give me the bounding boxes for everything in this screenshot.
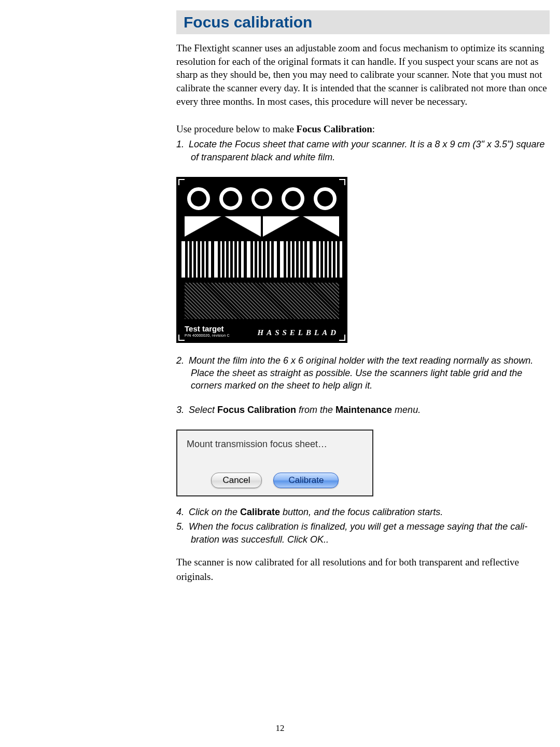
lead-in-post: : (372, 123, 375, 134)
target-hatch-row (185, 283, 339, 319)
crop-mark-icon (178, 179, 185, 185)
closing-paragraph: The scanner is now calibrated for all re… (176, 555, 550, 585)
step-3: 3.Select Focus Calibration from the Main… (176, 404, 550, 416)
wedge-icon (263, 216, 300, 237)
target-label-title: Test target (185, 324, 224, 333)
section-title: Focus calibration (184, 13, 542, 31)
target-label-left: Test target P/N 40000020, revision C (185, 324, 230, 337)
step-number: 1. (176, 138, 189, 150)
calibrate-button[interactable]: Calibrate (273, 473, 339, 488)
dialog-figure: Mount transmission focus sheet… Cancel C… (176, 430, 550, 496)
bar-pattern-icon (280, 241, 310, 278)
step-list-1: 1.Locate the Focus sheet that came with … (176, 138, 550, 163)
step-text-post: button, and the focus calibration starts… (280, 507, 443, 517)
bar-pattern-icon (181, 241, 211, 278)
step-number: 4. (176, 506, 189, 518)
target-wedges-row (185, 216, 339, 237)
target-brand: HASSELBLAD (257, 328, 339, 337)
wedge-icon (185, 216, 222, 237)
step-text-pre: Select (189, 405, 217, 415)
cancel-button[interactable]: Cancel (211, 473, 262, 488)
step-list-4: 4.Click on the Calibrate button, and the… (176, 506, 550, 546)
step-text-pre: Click on the (189, 507, 240, 517)
bar-pattern-icon (214, 241, 244, 278)
intro-paragraph: The Flextight scanner uses an adjustable… (176, 42, 550, 108)
step-number: 3. (176, 404, 189, 416)
wedge-icon (224, 216, 261, 237)
section-title-bar: Focus calibration (176, 10, 550, 34)
step-list-2: 2.Mount the film into the 6 x 6 original… (176, 354, 550, 392)
bar-pattern-icon (313, 241, 342, 278)
crop-mark-icon (178, 335, 185, 341)
step-5: 5.When the focus calibration is finalize… (176, 520, 550, 546)
content-column: Focus calibration The Flextight scanner … (176, 10, 550, 585)
step-1: 1.Locate the Focus sheet that came with … (176, 138, 550, 163)
lead-in-pre: Use procedure below to make (176, 123, 297, 134)
step-number: 5. (176, 520, 189, 533)
crop-mark-icon (339, 335, 345, 341)
step-4: 4.Click on the Calibrate button, and the… (176, 506, 550, 518)
step-bold: Calibrate (240, 507, 280, 517)
test-target-card: Test target P/N 40000020, revision C HAS… (176, 177, 347, 343)
step-list-3: 3.Select Focus Calibration from the Main… (176, 404, 550, 416)
step-text-mid: from the (296, 405, 335, 415)
focus-dialog: Mount transmission focus sheet… Cancel C… (176, 430, 373, 496)
page: Focus calibration The Flextight scanner … (0, 0, 560, 747)
bar-pattern-icon (247, 241, 276, 278)
step-number: 2. (176, 354, 189, 367)
lead-in-bold: Focus Calibration (297, 123, 372, 134)
ring-icon (187, 187, 210, 210)
target-bars-row (181, 241, 342, 278)
wedge-icon (302, 216, 340, 237)
step-text: Mount the film into the 6 x 6 original h… (189, 355, 533, 391)
step-bold: Focus Calibration (217, 405, 296, 415)
test-target-figure: Test target P/N 40000020, revision C HAS… (176, 177, 550, 343)
step-bold: Maintenance (335, 405, 392, 415)
crop-mark-icon (339, 179, 345, 185)
target-label-row: Test target P/N 40000020, revision C HAS… (181, 324, 342, 338)
ring-icon (282, 187, 304, 210)
dialog-button-row: Cancel Calibrate (184, 473, 366, 488)
target-part-number: P/N 40000020, revision C (185, 334, 230, 337)
ring-icon (219, 187, 242, 210)
step-text: When the focus calibration is finalized,… (189, 521, 527, 544)
ring-icon (314, 187, 337, 210)
procedure-lead-in: Use procedure below to make Focus Calibr… (176, 123, 550, 135)
ring-icon (251, 188, 272, 209)
target-circles-row (183, 184, 341, 213)
step-text-post: menu. (392, 405, 421, 415)
step-2: 2.Mount the film into the 6 x 6 original… (176, 354, 550, 392)
dialog-message: Mount transmission focus sheet… (184, 439, 366, 450)
page-number: 12 (0, 723, 560, 734)
step-text: Locate the Focus sheet that came with yo… (189, 139, 544, 162)
